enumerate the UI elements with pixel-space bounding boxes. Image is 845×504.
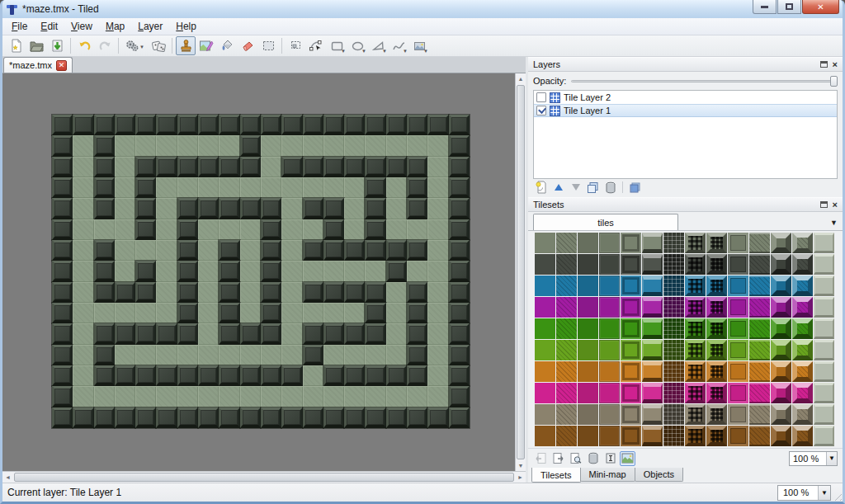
floor-tile[interactable]: [281, 303, 302, 323]
wall-tile[interactable]: [323, 240, 344, 261]
tileset-tile[interactable]: [642, 318, 663, 339]
tileset-tile[interactable]: [556, 340, 577, 360]
tileset-tile[interactable]: [792, 426, 813, 446]
tileset-tile[interactable]: [728, 297, 748, 318]
floor-tile[interactable]: [386, 386, 407, 407]
floor-tile[interactable]: [261, 345, 281, 365]
wall-tile[interactable]: [219, 407, 239, 428]
tileset-tile[interactable]: [814, 318, 834, 339]
open-button[interactable]: [26, 36, 46, 55]
wall-tile[interactable]: [115, 365, 135, 386]
tileset-tile[interactable]: [814, 383, 834, 403]
floor-tile[interactable]: [135, 240, 156, 261]
wall-tile[interactable]: [303, 323, 323, 344]
wall-tile[interactable]: [135, 365, 156, 386]
wall-tile[interactable]: [94, 115, 115, 135]
tileset-tile[interactable]: [685, 318, 706, 339]
tileset-tile[interactable]: [599, 254, 620, 275]
tileset-tile[interactable]: [556, 426, 577, 446]
tileset-tile[interactable]: [706, 404, 727, 425]
floor-tile[interactable]: [177, 345, 198, 365]
floor-tile[interactable]: [427, 219, 448, 240]
layer-row[interactable]: Tile Layer 1: [534, 104, 837, 117]
layer-visibility-checkbox[interactable]: [536, 106, 546, 115]
wall-tile[interactable]: [73, 407, 93, 428]
tileset-tile[interactable]: [706, 233, 727, 253]
tileset-tile[interactable]: [663, 383, 684, 403]
wall-tile[interactable]: [52, 386, 73, 407]
floor-tile[interactable]: [323, 386, 344, 407]
wall-tile[interactable]: [323, 198, 344, 219]
wall-tile[interactable]: [365, 219, 385, 240]
tileset-tile[interactable]: [792, 254, 813, 275]
floor-tile[interactable]: [156, 198, 177, 219]
float-panel-icon[interactable]: [820, 201, 828, 208]
vertical-scroll-thumb[interactable]: [517, 85, 525, 459]
floor-tile[interactable]: [73, 157, 93, 177]
wall-tile[interactable]: [94, 177, 115, 198]
tileset-zoom-caret-icon[interactable]: ▼: [826, 452, 837, 465]
tileset-tile[interactable]: [535, 318, 555, 339]
floor-tile[interactable]: [240, 219, 261, 240]
wall-tile[interactable]: [52, 219, 73, 240]
floor-tile[interactable]: [198, 282, 219, 303]
new-button[interactable]: [6, 36, 26, 55]
tileset-tile[interactable]: [792, 276, 813, 296]
eraser-button[interactable]: [238, 36, 257, 55]
tileset-tile[interactable]: [642, 404, 663, 425]
floor-tile[interactable]: [94, 386, 115, 407]
wall-tile[interactable]: [177, 261, 198, 281]
random-mode-button[interactable]: [149, 36, 168, 55]
floor-tile[interactable]: [427, 261, 448, 281]
wall-tile[interactable]: [135, 219, 156, 240]
wall-tile[interactable]: [240, 407, 261, 428]
wall-tile[interactable]: [52, 303, 73, 323]
wall-tile[interactable]: [344, 323, 365, 344]
map-canvas[interactable]: [2, 73, 515, 471]
wall-tile[interactable]: [407, 407, 427, 428]
wall-tile[interactable]: [94, 135, 115, 156]
tileset-tile[interactable]: [749, 318, 770, 339]
wall-tile[interactable]: [449, 261, 470, 281]
floor-tile[interactable]: [365, 386, 385, 407]
floor-tile[interactable]: [177, 386, 198, 407]
floor-tile[interactable]: [219, 219, 239, 240]
wall-tile[interactable]: [219, 240, 239, 261]
wall-tile[interactable]: [303, 115, 323, 135]
wall-tile[interactable]: [261, 261, 281, 281]
tileset-tile[interactable]: [728, 361, 748, 382]
wall-tile[interactable]: [135, 177, 156, 198]
tileset-tile[interactable]: [599, 340, 620, 360]
wall-tile[interactable]: [52, 282, 73, 303]
floor-tile[interactable]: [386, 177, 407, 198]
tileset-tile[interactable]: [749, 340, 770, 360]
menu-help[interactable]: Help: [169, 19, 203, 35]
tileset-tile[interactable]: [792, 340, 813, 360]
dock-tab-tilesets[interactable]: Tilesets: [531, 468, 581, 483]
tileset-tile[interactable]: [556, 361, 577, 382]
tileset-tile[interactable]: [728, 254, 748, 275]
wall-tile[interactable]: [94, 282, 115, 303]
floor-tile[interactable]: [303, 135, 323, 156]
wall-tile[interactable]: [52, 177, 73, 198]
floor-tile[interactable]: [427, 240, 448, 261]
floor-tile[interactable]: [115, 261, 135, 281]
wall-tile[interactable]: [177, 198, 198, 219]
wall-tile[interactable]: [386, 240, 407, 261]
tileset-tile[interactable]: [578, 233, 598, 253]
tileset-tile[interactable]: [621, 340, 641, 360]
status-zoom-caret-icon[interactable]: ▼: [818, 486, 830, 500]
wall-tile[interactable]: [386, 157, 407, 177]
wall-tile[interactable]: [52, 407, 73, 428]
floor-tile[interactable]: [240, 177, 261, 198]
wall-tile[interactable]: [365, 198, 385, 219]
scroll-down-icon[interactable]: ▼: [516, 460, 526, 471]
tileset-tile[interactable]: [663, 276, 684, 296]
tileset-tile[interactable]: [642, 254, 663, 275]
wall-tile[interactable]: [135, 198, 156, 219]
floor-tile[interactable]: [73, 198, 93, 219]
tileset-tile[interactable]: [685, 404, 706, 425]
floor-tile[interactable]: [427, 345, 448, 365]
wall-tile[interactable]: [177, 157, 198, 177]
tileset-tile[interactable]: [642, 340, 663, 360]
